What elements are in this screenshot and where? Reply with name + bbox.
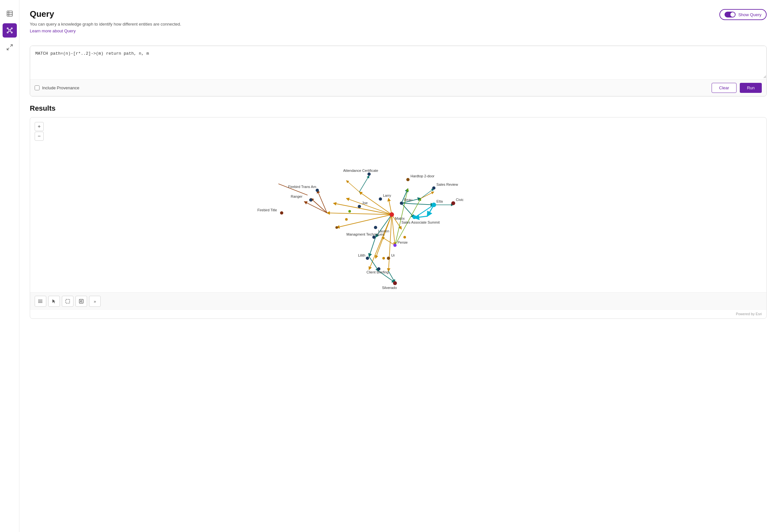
- label-silverado: Silverado: [382, 286, 397, 290]
- node-larry[interactable]: [379, 197, 382, 201]
- run-button[interactable]: Run: [740, 83, 762, 93]
- sidebar-icon-expand[interactable]: [3, 40, 17, 54]
- label-mgmt-techniques: Managment Techniques: [346, 232, 384, 236]
- include-provenance-text: Include Provenance: [42, 86, 79, 90]
- btn-row: Clear Run: [711, 83, 762, 93]
- label-beau: Beau: [404, 198, 413, 202]
- node-ur[interactable]: [387, 257, 390, 260]
- bottom-toolbar: »: [30, 292, 766, 310]
- sidebar-icon-table[interactable]: [3, 6, 17, 21]
- zoom-controls: + −: [35, 122, 44, 141]
- svg-rect-56: [66, 299, 70, 303]
- page-container: Query You can query a knowledge graph to…: [0, 0, 777, 532]
- node-matrix[interactable]: [390, 212, 394, 217]
- main-content: Query You can query a knowledge graph to…: [19, 0, 777, 532]
- svg-line-39: [311, 198, 327, 213]
- node-extra1: [335, 226, 338, 229]
- node-extra2: [345, 218, 348, 221]
- svg-line-13: [10, 45, 12, 46]
- label-sales-summit: Sales Associate Summit: [402, 220, 440, 224]
- more-tools-button[interactable]: »: [89, 296, 101, 307]
- svg-point-55: [38, 302, 39, 303]
- svg-point-6: [11, 28, 12, 29]
- node-persie[interactable]: [394, 244, 397, 247]
- svg-line-38: [317, 190, 327, 213]
- results-panel: + −: [30, 117, 767, 319]
- label-larry: Larry: [383, 193, 392, 197]
- svg-point-54: [38, 301, 39, 302]
- graph-svg: Matrix Joe Larry Beau Etta Lauren: [30, 118, 766, 292]
- label-firebird-title: Firebird Title: [257, 208, 277, 212]
- svg-line-31: [369, 237, 375, 257]
- header-row: Query You can query a knowledge graph to…: [30, 9, 767, 40]
- show-query-label: Show Query: [738, 12, 762, 17]
- node-firebird-trans[interactable]: [316, 189, 319, 192]
- header-left: Query You can query a knowledge graph to…: [30, 9, 181, 40]
- list-view-button[interactable]: [35, 296, 46, 307]
- selection-tool-button[interactable]: [62, 296, 74, 307]
- svg-point-53: [38, 300, 39, 300]
- node-civic[interactable]: [451, 201, 455, 205]
- sidebar-icon-graph[interactable]: [3, 23, 17, 37]
- node-firebird-title[interactable]: [280, 211, 283, 215]
- label-joe: Joe: [362, 201, 368, 205]
- svg-line-11: [8, 31, 9, 32]
- node-ranger[interactable]: [309, 198, 312, 202]
- query-box: MATCH path=(n)-[r*..2]->(m) return path,…: [30, 46, 767, 97]
- svg-line-48: [382, 237, 395, 245]
- svg-line-14: [7, 48, 9, 50]
- show-query-toggle[interactable]: Show Query: [719, 9, 767, 20]
- more-tools-label: »: [94, 299, 96, 304]
- label-firebird-trans: Firebird Trans Am: [288, 185, 316, 189]
- node-lilith[interactable]: [366, 257, 369, 260]
- svg-point-8: [11, 32, 12, 33]
- query-textarea[interactable]: MATCH path=(n)-[r*..2]->(m) return path,…: [30, 46, 766, 78]
- results-title: Results: [30, 104, 767, 113]
- svg-line-29: [402, 203, 414, 218]
- label-ranger: Ranger: [291, 194, 302, 198]
- svg-line-45: [421, 189, 434, 198]
- svg-line-47: [421, 192, 434, 198]
- node-joe[interactable]: [358, 205, 361, 208]
- svg-line-12: [10, 31, 11, 32]
- label-client-briefing: Client Briefing: [366, 270, 388, 274]
- node-sales-review[interactable]: [432, 186, 435, 189]
- node-etta[interactable]: [432, 203, 436, 207]
- label-persie: Persie: [398, 240, 408, 244]
- node-sales-summit[interactable]: [413, 215, 416, 219]
- svg-line-9: [8, 29, 9, 30]
- node-attendance-cert[interactable]: [367, 172, 371, 176]
- svg-rect-0: [7, 11, 12, 16]
- label-lilith: Lilith: [358, 253, 365, 257]
- zoom-out-button[interactable]: −: [35, 132, 44, 141]
- include-provenance-checkbox[interactable]: [35, 86, 39, 90]
- node-silverado[interactable]: [393, 281, 397, 285]
- page-subtitle: You can query a knowledge graph to ident…: [30, 22, 181, 26]
- node-hardtop[interactable]: [406, 178, 410, 181]
- label-attendance-cert: Attendance Certificate: [343, 169, 378, 172]
- svg-line-17: [388, 198, 392, 215]
- node-extra5: [382, 257, 385, 260]
- svg-line-16: [346, 198, 392, 215]
- svg-line-49: [388, 271, 395, 282]
- label-sales-review: Sales Review: [436, 182, 458, 186]
- svg-line-36: [414, 205, 434, 218]
- svg-line-10: [10, 29, 11, 30]
- label-hardtop: Hardtop 2-door: [411, 174, 435, 178]
- page-title: Query: [30, 9, 181, 19]
- learn-more-link[interactable]: Learn more about Query: [30, 28, 181, 33]
- sidebar: [0, 0, 19, 532]
- clear-button[interactable]: Clear: [711, 83, 737, 93]
- svg-point-7: [7, 32, 8, 33]
- node-beau[interactable]: [400, 202, 403, 205]
- include-provenance-label[interactable]: Include Provenance: [35, 86, 79, 90]
- filter-tool-button[interactable]: [76, 296, 87, 307]
- label-matrix: Matrix: [395, 217, 405, 220]
- node-extra3: [348, 210, 351, 213]
- node-lauren[interactable]: [374, 226, 377, 229]
- pointer-tool-button[interactable]: [48, 296, 60, 307]
- svg-line-24: [327, 213, 392, 215]
- zoom-in-button[interactable]: +: [35, 122, 44, 131]
- svg-line-37: [304, 202, 327, 213]
- svg-line-44: [359, 176, 369, 192]
